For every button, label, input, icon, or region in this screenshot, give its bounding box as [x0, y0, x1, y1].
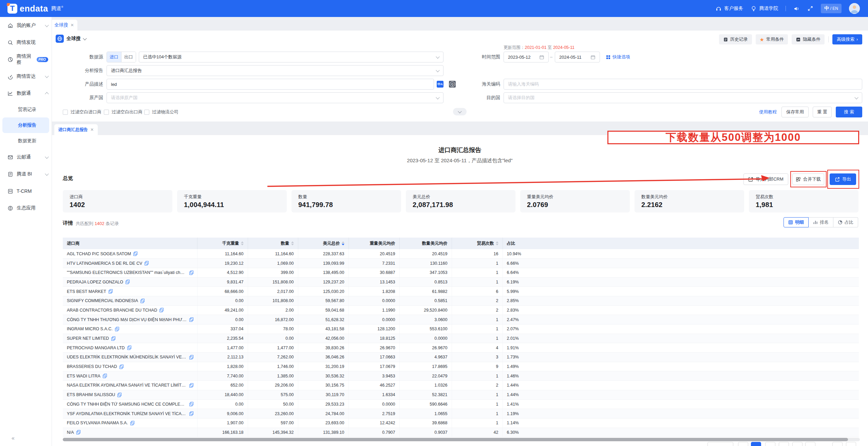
- copy-icon[interactable]: [126, 280, 129, 284]
- tutorial-link[interactable]: 使用教程: [759, 107, 777, 117]
- importer-name[interactable]: UDES ELEKTRİK ELEKTRONİK MÜHENDİSLİK SAN…: [67, 355, 187, 359]
- importer-name[interactable]: BRASSERIES DU TCHAD: [67, 364, 117, 369]
- copy-icon[interactable]: [109, 289, 112, 294]
- view-占比[interactable]: 占比: [833, 217, 858, 227]
- filter-checkbox-3[interactable]: 过滤物流公司: [144, 109, 178, 115]
- importer-name[interactable]: ETS BEST MARKET: [67, 289, 106, 294]
- horizontal-scrollbar-track[interactable]: [63, 438, 860, 441]
- sort-icon[interactable]: [496, 241, 498, 245]
- sort-icon[interactable]: [241, 241, 244, 245]
- favorite-conditions-button[interactable]: ★ 常用条件: [756, 34, 788, 44]
- pagination-current-page[interactable]: [751, 442, 761, 446]
- fullscreen-button[interactable]: [807, 5, 813, 12]
- copy-icon[interactable]: [111, 336, 115, 341]
- sidebar-item-贸易记录[interactable]: 贸易记录: [2, 102, 49, 117]
- sidebar-item-分析报告[interactable]: 分析报告: [2, 117, 49, 133]
- pagination-button-5[interactable]: [779, 442, 789, 446]
- sidebar-item-生态应用[interactable]: 生态应用: [0, 200, 52, 217]
- column-header-数量[interactable]: 数量: [248, 238, 298, 249]
- report-type-select[interactable]: 进口商汇总报告: [107, 65, 444, 76]
- copy-icon[interactable]: [130, 421, 134, 425]
- tab-importer-report[interactable]: 进口商汇总报告 ✕: [54, 124, 98, 135]
- synonym-icon[interactable]: Q: [449, 81, 456, 88]
- export-toggle-option[interactable]: 出口: [121, 52, 136, 62]
- pagination-button-8[interactable]: [832, 442, 843, 446]
- importer-name[interactable]: AGL TCHAD P/C SOGEA SATOM: [67, 252, 131, 256]
- import-export-toggle[interactable]: 进口 出口: [107, 52, 136, 62]
- date-end-input[interactable]: 2024-05-11: [555, 52, 600, 62]
- sort-icon[interactable]: [291, 241, 294, 245]
- copy-icon[interactable]: [145, 261, 148, 265]
- copy-icon[interactable]: [103, 374, 107, 378]
- filter-checkbox-1[interactable]: 过滤空白进口商: [63, 109, 101, 115]
- pagination-button-4[interactable]: [765, 442, 775, 446]
- copy-icon[interactable]: [127, 346, 131, 350]
- copy-icon[interactable]: [189, 411, 193, 416]
- sort-icon[interactable]: [342, 241, 344, 245]
- view-明细[interactable]: 明细: [784, 217, 809, 227]
- sidebar-item-商情雷达[interactable]: 商情雷达: [0, 68, 52, 85]
- import-to-crm-button[interactable]: 导入内部CRM: [743, 173, 788, 185]
- importer-name[interactable]: PEDRAJA LOPEZ GONZALO: [67, 280, 123, 284]
- datasource-select[interactable]: 已选中104个数据源: [139, 52, 444, 62]
- sidebar-item-数据更新[interactable]: 数据更新: [2, 133, 49, 149]
- copy-icon[interactable]: [115, 327, 119, 331]
- checkbox-icon[interactable]: [104, 110, 109, 115]
- copy-icon[interactable]: [133, 252, 137, 256]
- sidebar-item-数据通[interactable]: 数据通: [0, 85, 52, 102]
- close-icon[interactable]: ✕: [71, 23, 74, 27]
- copy-icon[interactable]: [76, 430, 80, 434]
- horizontal-scrollbar-thumb[interactable]: [63, 438, 848, 441]
- export-button[interactable]: 导出: [830, 173, 856, 185]
- checkbox-icon[interactable]: [63, 110, 68, 115]
- customer-service-link[interactable]: 客户服务: [715, 5, 743, 12]
- origin-country-select[interactable]: 请选择原产国: [107, 92, 444, 103]
- importer-name[interactable]: ETS BRAHIM SALISSOU: [67, 392, 115, 397]
- importer-name[interactable]: SIGNIFY COMMERCIAL INDONESIA: [67, 298, 138, 303]
- filters-collapse-toggle[interactable]: [453, 108, 467, 115]
- product-desc-input[interactable]: led: [107, 79, 434, 90]
- language-toggle[interactable]: 中 / EN: [821, 4, 842, 13]
- importer-name[interactable]: SUPER NET LIMITED: [67, 336, 109, 341]
- pagination-button-1[interactable]: [707, 442, 733, 446]
- sidebar-item-商情洞察[interactable]: 商情洞察PRO: [0, 51, 52, 68]
- importer-name[interactable]: INGRAM MICRO S.A.C.: [67, 327, 113, 331]
- sidebar-collapse-button[interactable]: «: [12, 435, 15, 441]
- history-button[interactable]: 历史记录: [719, 34, 752, 44]
- pagination-button-2[interactable]: [738, 442, 748, 446]
- sidebar-item-腾道BI[interactable]: 腾道 BI: [0, 166, 52, 183]
- column-header-千克重量[interactable]: 千克重量: [197, 238, 248, 249]
- importer-name[interactable]: NASA ELEKTRİK AYDINLATMA SANAYİ VE TİCAR…: [67, 383, 187, 388]
- column-header-贸易次数[interactable]: 贸易次数: [452, 238, 503, 249]
- dest-country-select[interactable]: 请选择目的国: [504, 92, 862, 103]
- copy-icon[interactable]: [159, 308, 163, 312]
- importer-name[interactable]: ETS WADI LITRA: [67, 374, 100, 378]
- copy-icon[interactable]: [189, 271, 193, 275]
- academy-link[interactable]: 腾道学院: [751, 5, 778, 12]
- pagination-button-7[interactable]: [805, 442, 815, 446]
- sidebar-item-T-CRM[interactable]: T-CRM: [0, 183, 52, 200]
- importer-name[interactable]: CÔNG TY TNHH THƯƠNG MẠI DỊCH VỤ ĐIỆN MẠN…: [67, 317, 187, 322]
- sidebar-item-商情发现[interactable]: 商情发现: [0, 34, 52, 51]
- importer-name[interactable]: ""SAMSUNG ELECTRONICS UZBEKISTAN"" mas`u…: [67, 270, 187, 275]
- view-排名[interactable]: 排名: [809, 217, 833, 227]
- importer-name[interactable]: PETROCHAD MANGARA LTD: [67, 346, 125, 350]
- pagination-button-6[interactable]: [792, 442, 803, 446]
- copy-icon[interactable]: [189, 355, 193, 359]
- copy-icon[interactable]: [189, 317, 193, 322]
- advanced-search-button[interactable]: 高级搜索 ›: [832, 34, 862, 44]
- sidebar-item-我的账户[interactable]: 我的账户: [0, 17, 52, 34]
- sidebar-item-云邮通[interactable]: 云邮通: [0, 149, 52, 166]
- merge-download-button[interactable]: 合并下载: [792, 173, 824, 185]
- importer-name[interactable]: ARAB CONTRACTORS BRANCHE DU TCHAD: [67, 308, 157, 313]
- reset-button[interactable]: 重 置: [813, 107, 832, 117]
- importer-name[interactable]: YSF AYDINLATMA ELEKTRONİK TURİZM SANAYİ …: [67, 411, 187, 416]
- copy-icon[interactable]: [189, 383, 193, 388]
- importer-name[interactable]: HTV LATINOAMERICA S DE RL DE CV: [67, 261, 142, 266]
- close-icon[interactable]: ✕: [90, 127, 94, 132]
- search-scope-selector[interactable]: 全球搜: [56, 35, 86, 43]
- hide-conditions-button[interactable]: 隐藏条件: [792, 34, 825, 44]
- search-button[interactable]: 搜 索: [836, 107, 862, 117]
- translate-icon[interactable]: 中A: [437, 81, 444, 88]
- importer-name[interactable]: CÔNG TY TNHH ĐIỆN TỬ SAMSUNG HCMC CE COM…: [67, 402, 187, 407]
